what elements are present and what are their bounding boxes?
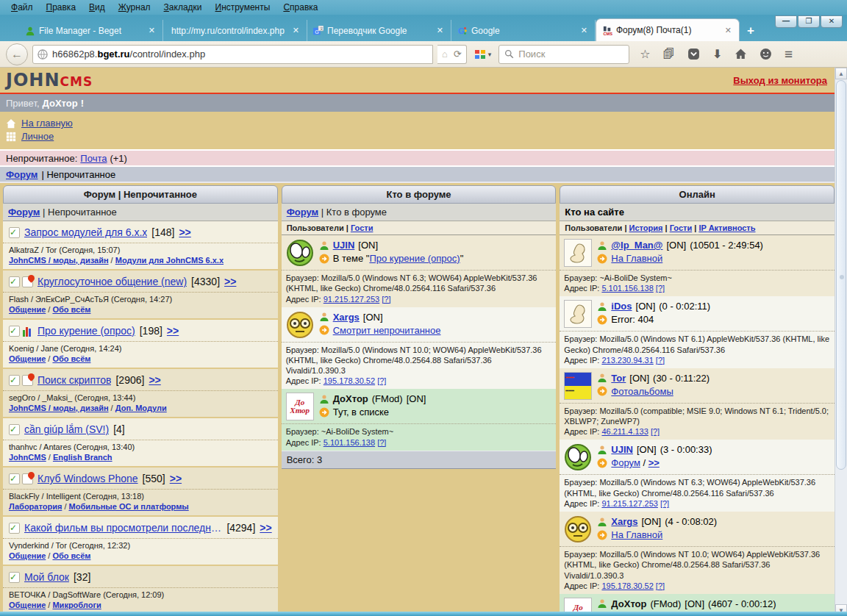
username-link[interactable]: Tor (611, 373, 626, 384)
category-link[interactable]: JohnCMS / моды, дизайн (9, 404, 109, 412)
ip-help-link[interactable]: [?] (656, 356, 665, 365)
menu-Файл[interactable]: Файл (4, 1, 40, 13)
topic-link[interactable]: Какой фильм вы просмотрели последним? (24, 522, 222, 534)
breadcrumb-forum-link[interactable]: Форум (8, 207, 40, 218)
tab-close-icon[interactable]: ✕ (435, 26, 446, 35)
location-more-link[interactable]: >> (648, 457, 660, 468)
menu-Закладки[interactable]: Закладки (157, 1, 209, 13)
tab-1[interactable]: File Manager - Beget✕ (19, 20, 163, 41)
topic-more-link[interactable]: >> (170, 473, 182, 484)
filter-link[interactable]: История (629, 223, 663, 232)
category-link[interactable]: Микроблоги (52, 601, 101, 609)
page-scrollbar[interactable]: ▲ ▼ (835, 68, 847, 616)
location-link[interactable]: На Главной (611, 529, 662, 540)
category-link[interactable]: Общение (9, 305, 46, 314)
ip-link[interactable]: 5.101.156.138 (324, 438, 375, 447)
menu-Правка[interactable]: Правка (40, 1, 83, 13)
topic-more-link[interactable]: >> (224, 276, 236, 287)
topic-link[interactable]: cần giúp lắm (SV!) (24, 423, 109, 435)
category-link[interactable]: Модули для JohnCMS 6.х.х (115, 256, 224, 265)
logout-link[interactable]: Выход из монитора (733, 75, 827, 86)
tab-close-icon[interactable]: ✕ (146, 26, 157, 35)
ip-link[interactable]: 195.178.30.52 (324, 376, 375, 385)
ip-help-link[interactable]: [?] (382, 295, 390, 304)
ip-help-link[interactable]: [?] (377, 438, 386, 447)
reload-icon[interactable]: ⟳ (454, 49, 462, 60)
location-link[interactable]: На Главной (611, 253, 662, 264)
ip-help-link[interactable]: [?] (656, 284, 665, 293)
username-link[interactable]: UJIN (611, 444, 633, 455)
scroll-up-icon[interactable]: ▲ (835, 68, 847, 79)
minimize-button[interactable]: — (775, 15, 797, 28)
topic-more-link[interactable]: >> (167, 325, 179, 337)
scrollbar-thumb[interactable] (836, 80, 846, 470)
ip-help-link[interactable]: [?] (377, 376, 386, 385)
topic-link[interactable]: Про курение (опрос) (37, 325, 135, 337)
close-button[interactable]: ✕ (821, 15, 843, 28)
topic-more-link[interactable]: >> (260, 522, 271, 534)
search-input[interactable]: Поиск (498, 45, 629, 64)
tab-4[interactable]: GGoogle✕ (451, 20, 596, 41)
menu-Справка[interactable]: Справка (276, 1, 324, 13)
tab-close-icon[interactable]: ✕ (290, 26, 301, 35)
tab-2[interactable]: http://my.ru/control/index.php✕ (163, 20, 307, 41)
location-link[interactable]: Смотрит непрочитанное (333, 325, 441, 336)
location-link[interactable]: Форум (611, 457, 640, 468)
category-link[interactable]: Обо всём (52, 354, 90, 363)
ip-help-link[interactable]: [?] (656, 581, 665, 590)
filter-link[interactable]: IP Активность (698, 223, 755, 232)
category-link[interactable]: Лаборатория (9, 502, 62, 511)
topic-more-link[interactable]: >> (179, 226, 190, 238)
tab-5[interactable]: CMSФорум(8) Почта(1)✕ (596, 18, 740, 41)
topic-link[interactable]: Мой блок (24, 571, 69, 583)
breadcrumb-forum-link[interactable]: Форум (287, 207, 318, 218)
back-button[interactable]: ← (6, 43, 28, 65)
topic-link[interactable]: Запрос модулей для 6.х.х (24, 226, 147, 238)
username-link[interactable]: @Ip_Man@ (611, 240, 662, 251)
ip-link[interactable]: 213.230.94.31 (601, 356, 653, 365)
category-link[interactable]: Общение (9, 601, 46, 609)
breadcrumb-forum-link[interactable]: Форум (6, 169, 37, 180)
menu-Вид[interactable]: Вид (82, 1, 112, 13)
ip-link[interactable]: 91.215.127.253 (601, 499, 657, 508)
ip-help-link[interactable]: [?] (651, 427, 660, 436)
nav-link-home[interactable]: На главную (21, 118, 73, 129)
hello-smiley-icon[interactable] (760, 48, 772, 60)
bookmark-star-icon[interactable]: ☆ (640, 49, 650, 60)
pocket-icon[interactable] (687, 48, 700, 60)
ip-help-link[interactable]: [?] (660, 499, 669, 508)
nav-link-personal[interactable]: Личное (21, 131, 54, 142)
location-link[interactable]: Про курение (опрос) (369, 253, 460, 264)
category-link[interactable]: Обо всём (52, 305, 90, 314)
username-link[interactable]: Xargs (333, 312, 360, 323)
location-link[interactable]: Фотоальбомы (611, 386, 673, 397)
ip-link[interactable]: 91.215.127.253 (324, 295, 379, 304)
username-link[interactable]: UJIN (333, 240, 355, 251)
downloads-icon[interactable]: ⬇ (712, 49, 722, 60)
username-link[interactable]: Xargs (611, 516, 637, 527)
category-link[interactable]: Общение (9, 551, 46, 560)
topic-link[interactable]: Клуб Windows Phone (37, 473, 138, 484)
tab-3[interactable]: G文Переводчик Google✕ (307, 20, 451, 41)
tab-close-icon[interactable]: ✕ (723, 26, 734, 35)
ip-link[interactable]: 46.211.4.133 (601, 427, 648, 436)
tab-close-icon[interactable]: ✕ (579, 26, 590, 35)
bookmarks-icon[interactable] (474, 49, 486, 60)
category-link[interactable]: JohnCMS / моды, дизайн (9, 256, 109, 265)
category-link[interactable]: Общение (9, 354, 46, 363)
mail-link[interactable]: Почта (80, 153, 107, 164)
bookmarks-caret-icon[interactable]: ▾ (488, 51, 492, 58)
topic-more-link[interactable]: >> (149, 374, 160, 386)
hamburger-menu-icon[interactable]: ≡ (785, 49, 793, 60)
topic-link[interactable]: Круглосуточное общение (new) (37, 276, 187, 287)
filter-link[interactable]: Гости (351, 223, 374, 232)
maximize-button[interactable]: ❐ (798, 15, 820, 28)
category-link[interactable]: English Branch (53, 453, 112, 462)
ip-link[interactable]: 5.101.156.138 (601, 284, 653, 293)
new-tab-button[interactable]: + (740, 24, 762, 41)
filter-link[interactable]: Гости (670, 223, 693, 232)
menu-Журнал[interactable]: Журнал (112, 1, 157, 13)
category-link[interactable]: JohnCMS (9, 453, 46, 462)
topic-link[interactable]: Поиск скриптов (37, 374, 111, 386)
library-icon[interactable]: 🗐 (663, 49, 675, 60)
